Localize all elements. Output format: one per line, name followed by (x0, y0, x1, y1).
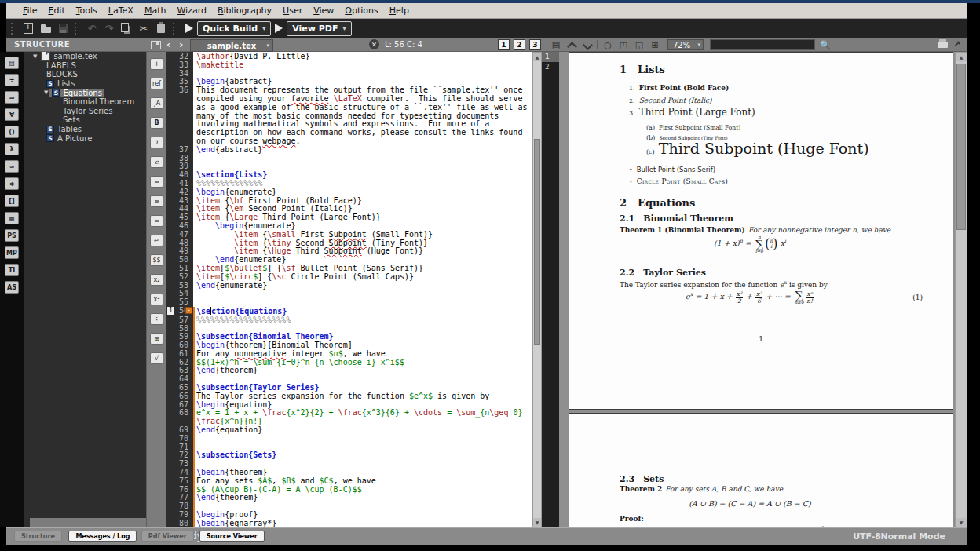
pdf-page-thumb-1[interactable]: 1 (542, 52, 559, 62)
menu-item-tools[interactable]: Tools (71, 4, 103, 17)
editor-scrollbar-thumb[interactable] (534, 139, 540, 345)
misc-math-icon[interactable]: ∞ (5, 160, 19, 173)
paste-icon[interactable] (153, 22, 169, 35)
scroll-up-icon[interactable]: ▲ (533, 53, 541, 61)
array-icon[interactable]: ⊞ (150, 333, 163, 345)
zoom-in-icon[interactable]: ⊞ (649, 39, 661, 50)
pdf-scrollbar[interactable]: ▲ ▼ (955, 52, 967, 527)
editor-line[interactable]: 38 (166, 155, 532, 163)
open-document-selector[interactable]: sample.tex ▾ (190, 39, 273, 52)
superscript-icon[interactable]: x² (150, 294, 163, 305)
search-icon[interactable]: 🔍 (820, 40, 831, 50)
menu-item-math[interactable]: Math (139, 4, 172, 17)
line-number[interactable]: 156- (166, 307, 193, 316)
fold-marker[interactable]: - (185, 307, 192, 314)
editor-line[interactable]: 37\end{abstract} (166, 146, 532, 155)
misc-symbols-icon[interactable]: ∀ (5, 108, 19, 121)
line-number[interactable]: 42 (166, 188, 193, 197)
subscript-icon[interactable]: x₂ (150, 274, 163, 286)
editor-line[interactable]: 36This document represents the output fr… (166, 86, 532, 146)
pdf-page-list[interactable]: 12 (542, 52, 559, 527)
newline-icon[interactable]: ↵ (150, 235, 163, 246)
structure-item-blocks[interactable]: BLOCKS (30, 70, 146, 79)
detach-panel-icon[interactable] (151, 41, 161, 49)
menu-item-file[interactable]: File (17, 4, 42, 17)
pdf-zoom-selector[interactable]: 72% ▾ (667, 39, 704, 50)
line-number[interactable]: 68 (166, 409, 193, 426)
next-page-icon[interactable] (581, 39, 594, 50)
editor-line[interactable]: 63\end{theorem} (166, 367, 532, 375)
insert-footnote-icon[interactable]: ¸A (150, 97, 163, 109)
menu-item-user[interactable]: User (277, 4, 308, 17)
editor-line[interactable]: 69\end{equation} (166, 426, 532, 435)
sqrt-icon[interactable]: √ (150, 352, 163, 364)
bold-icon[interactable]: B (150, 117, 163, 129)
statusbar-tab-structure[interactable]: Structure (14, 531, 62, 542)
asymptote-icon[interactable]: AS (5, 281, 19, 294)
editor-line[interactable]: 53\end{enumerate} (166, 282, 532, 290)
editor-line[interactable]: 57%%%%%%%%%%%%%%%%%%%% (166, 316, 532, 325)
menu-item-edit[interactable]: Edit (42, 4, 70, 17)
pdf-scrollbar-thumb[interactable] (956, 64, 966, 230)
menu-item-view[interactable]: View (308, 4, 339, 17)
line-number[interactable]: 36 (166, 86, 193, 146)
line-number[interactable]: 33 (166, 61, 193, 70)
quick-build-dropdown[interactable]: Quick Build ▾ (197, 21, 271, 36)
structure-view-icon[interactable]: ▤ (5, 57, 19, 69)
line-number[interactable]: 47 (166, 231, 193, 239)
run-quick-build-icon[interactable] (185, 24, 193, 33)
structure-item-labels[interactable]: LABELS (30, 61, 146, 71)
structure-item-sets[interactable]: Sets (30, 115, 146, 125)
run-view-pdf-icon[interactable] (275, 24, 283, 33)
next-document-icon[interactable]: › (179, 38, 183, 50)
pdf-page-layout-1[interactable]: 1 (498, 39, 510, 50)
structure-item-sample-tex[interactable]: ▼sample.tex (30, 52, 146, 61)
editor-scrollbar[interactable]: ▲ ▼ (532, 52, 542, 527)
structure-item-taylor-series[interactable]: Taylor Series (30, 107, 146, 116)
pdf-viewport[interactable]: 1Lists1.First Point (Bold Face)2.Second … (559, 52, 955, 527)
menu-item-bibliography[interactable]: Bibliography (212, 4, 277, 17)
editor-line[interactable]: 80\begin{eqnarray*} (166, 520, 532, 527)
close-document-icon[interactable]: ✕ (369, 39, 379, 49)
statusbar-tab-pdf-viewer[interactable]: Pdf Viewer (141, 531, 194, 542)
editor-line[interactable]: 33\maketitle (166, 61, 532, 70)
pstricks-icon[interactable]: PS (5, 229, 19, 242)
brackets-icon[interactable]: [] (5, 195, 19, 207)
arrow-symbols-icon[interactable]: ⇒ (5, 91, 19, 104)
bookmark-marker[interactable]: 1 (167, 307, 174, 315)
menu-item-latex[interactable]: LaTeX (103, 4, 139, 17)
external-viewer-icon[interactable]: ↗ (953, 39, 960, 49)
misc-text-icon[interactable]: ∗ (5, 177, 19, 190)
editor-line[interactable]: 54 (166, 290, 532, 298)
previous-document-icon[interactable]: ‹ (166, 38, 170, 50)
pdf-search-input[interactable] (710, 39, 815, 50)
metapost-icon[interactable]: MP (5, 246, 19, 259)
open-file-icon[interactable] (38, 22, 53, 35)
line-number[interactable]: 37 (166, 146, 193, 155)
editor-line[interactable]: 70 (166, 435, 532, 443)
pdf-page-layout-3[interactable]: 3 (529, 39, 541, 50)
scroll-down-icon[interactable]: ▼ (533, 518, 541, 527)
prev-page-icon[interactable] (565, 39, 578, 50)
source-editor[interactable]: 32\author{David P. Little}33\maketitle34… (166, 52, 532, 527)
emph-icon[interactable]: e (150, 156, 163, 168)
structure-item-binomial-theorem[interactable]: Binomial Theorem (30, 97, 146, 107)
menu-item-help[interactable]: Help (384, 4, 415, 17)
menu-item-options[interactable]: Options (339, 4, 383, 17)
inline-math-icon[interactable]: $$ (150, 254, 163, 266)
copy-icon[interactable] (119, 22, 134, 35)
statusbar-tab-source-viewer[interactable]: Source Viewer (199, 531, 265, 542)
tikz-icon[interactable]: TI (5, 264, 19, 276)
toc-toggle-icon[interactable]: ▤ (550, 39, 562, 50)
statusbar-tab-messages-log[interactable]: Messages / Log (68, 531, 137, 542)
print-icon[interactable] (938, 42, 948, 48)
pdf-page-layout-2[interactable]: 2 (514, 39, 525, 50)
line-number[interactable]: 80 (166, 520, 193, 527)
align-left-icon[interactable]: ≡ (150, 176, 163, 188)
fit-page-icon[interactable]: ◱ (633, 39, 645, 50)
structure-item-lists[interactable]: SLists (30, 79, 146, 89)
tree-expand-icon[interactable]: ▼ (33, 53, 37, 60)
delimiters-icon[interactable]: () (5, 126, 19, 138)
insert-ref-icon[interactable]: ref (150, 78, 163, 89)
line-number[interactable]: 52 (166, 273, 193, 282)
